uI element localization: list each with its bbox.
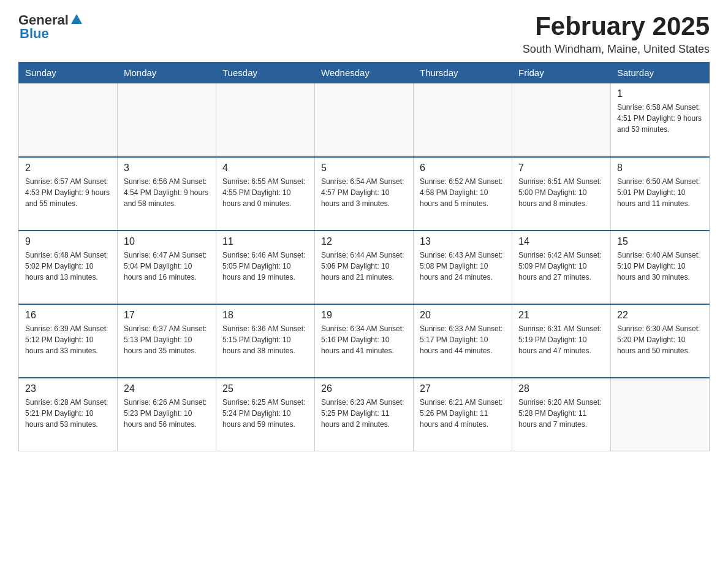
month-title: February 2025 (523, 12, 710, 40)
calendar-cell: 25Sunrise: 6:25 AM Sunset: 5:24 PM Dayli… (216, 378, 315, 451)
day-info: Sunrise: 6:36 AM Sunset: 5:15 PM Dayligh… (222, 323, 308, 356)
day-number: 12 (321, 236, 407, 247)
day-info: Sunrise: 6:28 AM Sunset: 5:21 PM Dayligh… (25, 397, 111, 430)
calendar-cell: 6Sunrise: 6:52 AM Sunset: 4:58 PM Daylig… (414, 157, 512, 231)
calendar-header-friday: Friday (512, 63, 611, 83)
svg-marker-0 (71, 14, 82, 24)
calendar-cell: 4Sunrise: 6:55 AM Sunset: 4:55 PM Daylig… (216, 157, 315, 231)
day-number: 20 (420, 310, 506, 321)
calendar-week-row: 9Sunrise: 6:48 AM Sunset: 5:02 PM Daylig… (19, 231, 710, 304)
day-number: 21 (518, 310, 604, 321)
calendar-table: SundayMondayTuesdayWednesdayThursdayFrid… (18, 62, 710, 451)
day-number: 15 (617, 236, 703, 247)
calendar-header-row: SundayMondayTuesdayWednesdayThursdayFrid… (19, 63, 710, 83)
calendar-cell: 2Sunrise: 6:57 AM Sunset: 4:53 PM Daylig… (19, 157, 118, 231)
day-info: Sunrise: 6:31 AM Sunset: 5:19 PM Dayligh… (518, 323, 604, 356)
logo-triangle-icon (70, 13, 83, 26)
calendar-cell: 27Sunrise: 6:21 AM Sunset: 5:26 PM Dayli… (414, 378, 512, 451)
calendar-cell (414, 83, 512, 157)
calendar-cell: 18Sunrise: 6:36 AM Sunset: 5:15 PM Dayli… (216, 304, 315, 378)
day-number: 11 (222, 236, 308, 247)
day-info: Sunrise: 6:57 AM Sunset: 4:53 PM Dayligh… (25, 176, 111, 209)
calendar-cell: 12Sunrise: 6:44 AM Sunset: 5:06 PM Dayli… (315, 231, 414, 304)
location-title: South Windham, Maine, United States (523, 43, 710, 56)
calendar-cell: 17Sunrise: 6:37 AM Sunset: 5:13 PM Dayli… (118, 304, 216, 378)
calendar-cell: 11Sunrise: 6:46 AM Sunset: 5:05 PM Dayli… (216, 231, 315, 304)
calendar-cell (216, 83, 315, 157)
day-info: Sunrise: 6:52 AM Sunset: 4:58 PM Dayligh… (420, 176, 506, 209)
calendar-cell: 19Sunrise: 6:34 AM Sunset: 5:16 PM Dayli… (315, 304, 414, 378)
day-info: Sunrise: 6:40 AM Sunset: 5:10 PM Dayligh… (617, 250, 703, 283)
day-info: Sunrise: 6:26 AM Sunset: 5:23 PM Dayligh… (124, 397, 210, 430)
calendar-header-monday: Monday (118, 63, 216, 83)
calendar-header-tuesday: Tuesday (216, 63, 315, 83)
calendar-cell: 20Sunrise: 6:33 AM Sunset: 5:17 PM Dayli… (414, 304, 512, 378)
day-info: Sunrise: 6:58 AM Sunset: 4:51 PM Dayligh… (617, 102, 703, 135)
calendar-header-thursday: Thursday (414, 63, 512, 83)
day-number: 7 (518, 163, 604, 174)
day-number: 5 (321, 163, 407, 174)
calendar-cell: 3Sunrise: 6:56 AM Sunset: 4:54 PM Daylig… (118, 157, 216, 231)
day-info: Sunrise: 6:21 AM Sunset: 5:26 PM Dayligh… (420, 397, 506, 430)
day-number: 17 (124, 310, 210, 321)
calendar-cell: 23Sunrise: 6:28 AM Sunset: 5:21 PM Dayli… (19, 378, 118, 451)
calendar-cell: 7Sunrise: 6:51 AM Sunset: 5:00 PM Daylig… (512, 157, 611, 231)
day-number: 16 (25, 310, 111, 321)
day-number: 9 (25, 236, 111, 247)
day-info: Sunrise: 6:23 AM Sunset: 5:25 PM Dayligh… (321, 397, 407, 430)
calendar-cell: 5Sunrise: 6:54 AM Sunset: 4:57 PM Daylig… (315, 157, 414, 231)
day-info: Sunrise: 6:55 AM Sunset: 4:55 PM Dayligh… (222, 176, 308, 209)
calendar-cell: 21Sunrise: 6:31 AM Sunset: 5:19 PM Dayli… (512, 304, 611, 378)
day-number: 6 (420, 163, 506, 174)
day-number: 13 (420, 236, 506, 247)
calendar-cell (315, 83, 414, 157)
day-info: Sunrise: 6:50 AM Sunset: 5:01 PM Dayligh… (617, 176, 703, 209)
title-section: February 2025 South Windham, Maine, Unit… (523, 12, 710, 56)
day-number: 24 (124, 383, 210, 394)
day-number: 27 (420, 383, 506, 394)
day-number: 18 (222, 310, 308, 321)
logo: General Blue (18, 12, 83, 42)
day-number: 8 (617, 163, 703, 174)
day-info: Sunrise: 6:33 AM Sunset: 5:17 PM Dayligh… (420, 323, 506, 356)
calendar-header-saturday: Saturday (611, 63, 710, 83)
day-number: 2 (25, 163, 111, 174)
calendar-cell: 16Sunrise: 6:39 AM Sunset: 5:12 PM Dayli… (19, 304, 118, 378)
day-info: Sunrise: 6:30 AM Sunset: 5:20 PM Dayligh… (617, 323, 703, 356)
day-info: Sunrise: 6:42 AM Sunset: 5:09 PM Dayligh… (518, 250, 604, 283)
day-info: Sunrise: 6:34 AM Sunset: 5:16 PM Dayligh… (321, 323, 407, 356)
calendar-week-row: 16Sunrise: 6:39 AM Sunset: 5:12 PM Dayli… (19, 304, 710, 378)
day-info: Sunrise: 6:25 AM Sunset: 5:24 PM Dayligh… (222, 397, 308, 430)
day-number: 28 (518, 383, 604, 394)
calendar-cell: 24Sunrise: 6:26 AM Sunset: 5:23 PM Dayli… (118, 378, 216, 451)
day-number: 14 (518, 236, 604, 247)
calendar-header-wednesday: Wednesday (315, 63, 414, 83)
calendar-cell (19, 83, 118, 157)
calendar-cell: 22Sunrise: 6:30 AM Sunset: 5:20 PM Dayli… (611, 304, 710, 378)
day-info: Sunrise: 6:37 AM Sunset: 5:13 PM Dayligh… (124, 323, 210, 356)
calendar-cell: 28Sunrise: 6:20 AM Sunset: 5:28 PM Dayli… (512, 378, 611, 451)
calendar-cell: 1Sunrise: 6:58 AM Sunset: 4:51 PM Daylig… (611, 83, 710, 157)
day-number: 19 (321, 310, 407, 321)
day-number: 22 (617, 310, 703, 321)
day-number: 4 (222, 163, 308, 174)
page-header: General Blue February 2025 South Windham… (18, 12, 710, 56)
day-number: 3 (124, 163, 210, 174)
day-info: Sunrise: 6:43 AM Sunset: 5:08 PM Dayligh… (420, 250, 506, 283)
day-info: Sunrise: 6:56 AM Sunset: 4:54 PM Dayligh… (124, 176, 210, 209)
day-info: Sunrise: 6:39 AM Sunset: 5:12 PM Dayligh… (25, 323, 111, 356)
day-number: 1 (617, 88, 703, 99)
day-info: Sunrise: 6:44 AM Sunset: 5:06 PM Dayligh… (321, 250, 407, 283)
calendar-week-row: 23Sunrise: 6:28 AM Sunset: 5:21 PM Dayli… (19, 378, 710, 451)
calendar-cell: 13Sunrise: 6:43 AM Sunset: 5:08 PM Dayli… (414, 231, 512, 304)
calendar-cell (118, 83, 216, 157)
calendar-cell (611, 378, 710, 451)
calendar-week-row: 2Sunrise: 6:57 AM Sunset: 4:53 PM Daylig… (19, 157, 710, 231)
day-info: Sunrise: 6:20 AM Sunset: 5:28 PM Dayligh… (518, 397, 604, 430)
calendar-cell (512, 83, 611, 157)
day-info: Sunrise: 6:54 AM Sunset: 4:57 PM Dayligh… (321, 176, 407, 209)
day-number: 23 (25, 383, 111, 394)
calendar-header-sunday: Sunday (19, 63, 118, 83)
calendar-cell: 9Sunrise: 6:48 AM Sunset: 5:02 PM Daylig… (19, 231, 118, 304)
calendar-cell: 15Sunrise: 6:40 AM Sunset: 5:10 PM Dayli… (611, 231, 710, 304)
